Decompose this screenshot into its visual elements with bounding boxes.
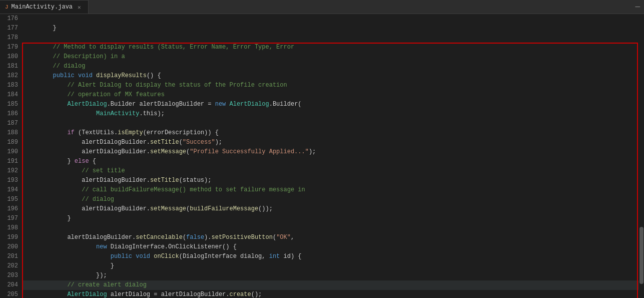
minimize-button[interactable]: — [631, 3, 644, 12]
code-line: } else { [22, 157, 644, 166]
code-token: void [78, 72, 93, 79]
code-token: buildFailureMessage [190, 205, 258, 212]
code-token: // set title [24, 167, 125, 174]
code-token: setMessage [150, 205, 186, 212]
line-number: 177 [2, 24, 18, 33]
code-token: (); [251, 291, 262, 298]
code-token [24, 243, 96, 250]
code-token [24, 101, 67, 108]
code-token: .this); [139, 110, 164, 117]
code-token: AlertDialog [67, 291, 107, 298]
code-line: // call buildFailureMessage() method to … [22, 185, 644, 195]
line-number: 185 [2, 100, 18, 109]
vertical-scrollbar[interactable] [639, 14, 644, 298]
code-token [93, 72, 96, 79]
line-number: 181 [2, 62, 18, 71]
file-tab[interactable]: J MainActivity.java ✕ [0, 0, 89, 14]
line-number: 191 [2, 157, 18, 166]
code-token: setMessage [150, 148, 186, 155]
code-token [75, 72, 78, 79]
code-token: ( [179, 139, 183, 146]
code-line: alertDialogBuilder.setTitle("Success"); [22, 138, 644, 147]
code-line: // create alert dialog [22, 280, 644, 290]
code-token: alertDialogBuilder. [24, 148, 150, 155]
line-number: 196 [2, 204, 18, 214]
code-token [24, 129, 67, 136]
line-numbers: 1761771781791801811821831841851861871881… [0, 14, 22, 298]
line-number: 197 [2, 214, 18, 223]
line-number: 180 [2, 52, 18, 62]
code-line: alertDialogBuilder.setMessage("Profile S… [22, 147, 644, 157]
code-token: { [89, 158, 96, 165]
code-token: ); [215, 139, 222, 146]
code-token: // Method to display results (Status, Er… [24, 44, 294, 51]
line-number: 179 [2, 43, 18, 52]
line-number: 184 [2, 90, 18, 100]
code-token: alertDialogBuilder. [24, 205, 150, 212]
code-line: } [22, 214, 644, 223]
code-token: () { [147, 72, 161, 79]
code-line [22, 223, 644, 233]
line-number: 187 [2, 119, 18, 128]
line-number: 205 [2, 290, 18, 298]
code-area: 1761771781791801811821831841851861871881… [0, 14, 644, 298]
code-token: // create alert dialog [24, 281, 147, 288]
code-line: // set title [22, 166, 644, 176]
scrollbar-thumb-vertical[interactable] [639, 227, 643, 283]
code-token: create [229, 291, 251, 298]
line-number: 201 [2, 252, 18, 261]
code-token: void [136, 253, 150, 260]
code-token: .Builder( [269, 101, 302, 108]
line-number: 188 [2, 128, 18, 138]
code-token: if [67, 129, 74, 136]
code-line: // operation of MX features [22, 90, 644, 100]
code-token: setCancelable [136, 234, 183, 241]
code-token [24, 110, 96, 117]
code-token: alertDialog = alertDialogBuilder. [107, 291, 230, 298]
code-content[interactable]: } // Method to display results (Status, … [22, 14, 644, 298]
code-line [22, 119, 644, 128]
code-line: AlertDialog alertDialog = alertDialogBui… [22, 290, 644, 298]
code-token: (DialogInterface dialog, [179, 253, 269, 260]
code-token: alertDialogBuilder. [24, 139, 150, 146]
editor-container: J MainActivity.java ✕ — 1761771781791801… [0, 0, 644, 298]
line-number: 186 [2, 109, 18, 119]
code-line: // Alert Dialog to display the status of… [22, 81, 644, 90]
line-number: 200 [2, 242, 18, 252]
code-line: public void displayResults() { [22, 71, 644, 81]
code-token: public [53, 72, 75, 79]
code-token: // dialog [24, 196, 114, 203]
line-number: 204 [2, 280, 18, 290]
code-line: public void onClick(DialogInterface dial… [22, 252, 644, 261]
line-number: 199 [2, 233, 18, 242]
code-token: "Success" [183, 139, 215, 146]
line-number: 193 [2, 176, 18, 185]
code-line: MainActivity.this); [22, 109, 644, 119]
code-token: alertDialogBuilder. [24, 177, 150, 184]
code-line: // Description) in a [22, 52, 644, 62]
line-number: 183 [2, 81, 18, 90]
code-line: alertDialogBuilder.setCancelable(false).… [22, 233, 644, 242]
code-token: "OK" [276, 234, 291, 241]
code-token: // operation of MX features [24, 91, 165, 98]
code-line: new DialogInterface.OnClickListener() { [22, 242, 644, 252]
code-token: onClick [154, 253, 179, 260]
code-token: // dialog [24, 63, 85, 70]
code-token: setTitle [150, 177, 179, 184]
code-token: ). [204, 234, 211, 241]
code-token: (TextUtils. [75, 129, 118, 136]
code-token: }); [24, 272, 107, 279]
code-line: alertDialogBuilder.setMessage(buildFailu… [22, 204, 644, 214]
code-token: // Alert Dialog to display the status of… [24, 82, 287, 89]
code-token: } [24, 262, 114, 269]
code-token: } [24, 158, 75, 165]
code-token: setTitle [150, 139, 179, 146]
code-line: // dialog [22, 195, 644, 204]
tab-filename: MainActivity.java [12, 4, 73, 11]
code-line: if (TextUtils.isEmpty(errorDescription))… [22, 128, 644, 138]
code-token [226, 101, 229, 108]
code-token: false [186, 234, 204, 241]
code-token: (status); [179, 177, 212, 184]
line-number: 176 [2, 14, 18, 24]
tab-close-button[interactable]: ✕ [76, 3, 83, 12]
